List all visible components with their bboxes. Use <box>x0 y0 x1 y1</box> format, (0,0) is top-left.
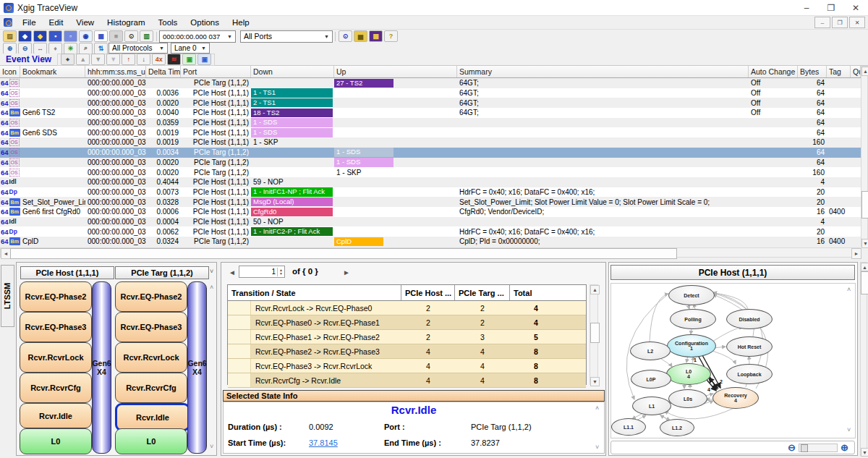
spinner-down-icon[interactable]: ▼ <box>279 272 283 276</box>
help-icon[interactable]: ? <box>384 30 398 42</box>
event-row[interactable]: 64Dp000:00:00.000_0380.0062PCIe Host (1,… <box>0 226 861 237</box>
diagram-header[interactable]: PCIe Host (1,1,1) <box>610 265 855 280</box>
transition-table-scrollbar[interactable]: ▲ ▼ <box>590 284 598 385</box>
transition-row[interactable]: Rcvr.EQ-Phase2 -> Rcvr.EQ-Phase3448 <box>228 344 586 359</box>
event-row[interactable]: 64OS000:00:00.000_0370.0359PCIe Host (1,… <box>0 118 861 128</box>
protocols-combo[interactable]: All Protocols ▼ <box>109 43 168 54</box>
transition-row[interactable]: Rcvr.EQ-Phase1 -> Rcvr.EQ-Phase2235 <box>228 330 586 344</box>
event-row[interactable]: 64OS000:00:00.000_0370.0020PCIe Host (1,… <box>0 98 861 108</box>
packet-chip[interactable]: 1 - InitFC1-NP ; Flit Ack <box>251 187 333 197</box>
packet-chip[interactable]: 2 - TS1 <box>251 98 333 108</box>
trigger-info-icon[interactable]: ⊙ <box>339 30 352 42</box>
menu-help[interactable]: Help <box>226 18 256 27</box>
packet-chip[interactable]: CplD <box>334 237 383 247</box>
zoom-in-icon[interactable]: ⊕ <box>3 43 17 54</box>
state-node-l0p[interactable]: L0P <box>631 370 671 389</box>
event-table-hscrollbar[interactable]: ◄ ► <box>0 247 861 258</box>
event-table-vscrollbar[interactable]: ▲ ▼ <box>861 66 868 247</box>
open-trace-icon[interactable]: ▨ <box>3 30 17 42</box>
packet-chip[interactable]: 1 - SDS <box>334 148 393 157</box>
pager-next-icon[interactable]: ► <box>343 268 350 276</box>
zoom-out-icon[interactable]: ⊖ <box>18 43 32 54</box>
maximize-button[interactable]: ❐ <box>819 0 843 15</box>
ltssm-state-rcvr-eq-phase3[interactable]: Rcvr.EQ-Phase3 <box>20 312 92 342</box>
column-header-tag[interactable]: Tag <box>827 66 851 77</box>
column-header-hhh-mm-ss-ms-us[interactable]: hhh:mm:ss.ms_us <box>85 66 146 77</box>
event-row[interactable]: 64BmGen6 first CfgRd0000:00:00.000_0380.… <box>0 207 861 217</box>
column-header-qu[interactable]: Qu <box>851 66 861 77</box>
disabled-view-icon[interactable]: ■ <box>109 30 123 42</box>
column-header-transition-state[interactable]: Transition / State <box>228 285 401 300</box>
column-header-bookmark[interactable]: Bookmark <box>20 66 85 77</box>
packet-chip[interactable]: 1 - SDS <box>251 128 333 137</box>
event-row[interactable]: 64BmGen6 SDS000:00:00.000_0370.0019PCIe … <box>0 127 861 137</box>
traffic-light-icon[interactable]: ≋ <box>167 54 181 65</box>
menu-histogram[interactable]: Histogram <box>101 18 151 27</box>
next-event-icon[interactable]: ▼ <box>91 54 105 65</box>
prev-event-icon[interactable]: ▲ <box>76 54 90 65</box>
zoom-in-icon[interactable]: ⊕ <box>841 443 848 452</box>
select-zoom-icon[interactable]: ⌖ <box>61 54 75 65</box>
ltssm-state-rcvr-rcvrlock[interactable]: Rcvr.RcvrLock <box>115 342 187 373</box>
event-row[interactable]: 64OS000:00:00.000_037PCIe Targ (1,1,2)27… <box>0 78 861 88</box>
scroll-up-icon[interactable]: ˄ <box>595 405 599 412</box>
menu-tools[interactable]: Tools <box>151 18 184 27</box>
scroll-down-icon[interactable]: ˅ <box>595 444 599 451</box>
chevron-down-icon[interactable]: ˅ <box>210 268 213 275</box>
state-node-l0[interactable]: L04 <box>666 363 711 385</box>
trace-control-icon[interactable]: ▩ <box>369 30 383 42</box>
column-header-auto-change[interactable]: Auto Change <box>749 66 798 77</box>
mdi-close-button[interactable]: ✕ <box>849 17 865 28</box>
marker-icon[interactable]: ✳ <box>64 43 77 54</box>
ltssm-host-header[interactable]: PCIe Host (1,1,1) <box>20 266 114 279</box>
column-header-down[interactable]: Down <box>251 66 334 77</box>
speed-icon[interactable]: 4x <box>152 54 166 65</box>
column-header-bytes[interactable]: Bytes <box>798 66 827 77</box>
column-header-pcie-host[interactable]: PCIe Host ... <box>401 285 455 300</box>
ltssm-state-rcvr-eq-phase3[interactable]: Rcvr.EQ-Phase3 <box>115 312 187 342</box>
right-panel-scrollbar[interactable]: ▲ ▼ <box>860 262 867 456</box>
event-row[interactable]: 64OS000:00:00.000_0370.0019PCIe Host (1,… <box>0 137 861 148</box>
minimize-button[interactable]: – <box>794 0 819 15</box>
transition-row[interactable]: Rcvr.RcvrCfg -> Rcvr.Idle448 <box>228 373 586 388</box>
decode-blue-icon[interactable]: ▣ <box>197 54 211 65</box>
event-row[interactable]: 64OS000:00:00.000_0370.0020PCIe Targ (1,… <box>0 167 861 177</box>
ltssm-tab[interactable]: LTSSM <box>1 265 14 327</box>
state-node-recovery[interactable]: Recovery4 <box>712 387 759 409</box>
lane-combo[interactable]: Lane 0 ▼ <box>171 43 210 54</box>
column-header-port[interactable]: Port <box>181 66 251 77</box>
scroll-up-icon[interactable]: ˄ <box>847 287 851 293</box>
column-header-total[interactable]: Total <box>510 285 562 300</box>
capture-view-icon[interactable]: ◉ <box>79 30 93 42</box>
packet-chip[interactable]: 1 - SDS <box>334 158 393 167</box>
state-node-l1[interactable]: L1 <box>632 396 671 415</box>
state-node-l1-1[interactable]: L1.1 <box>611 418 646 436</box>
zoom-fit-icon[interactable]: ↔ <box>33 43 47 54</box>
ltssm-state-rcvr-eq-phase2[interactable]: Rcvr.EQ-Phase2 <box>20 281 92 312</box>
filter-icon[interactable]: ▼ <box>106 54 120 65</box>
zoom-out-icon[interactable]: ⊖ <box>788 443 796 452</box>
ltssm-state-rcvr-rcvrcfg[interactable]: Rcvr.RcvrCfg <box>115 373 187 403</box>
column-header-delta-time[interactable]: Delta Time <box>146 66 181 77</box>
scroll-up-icon[interactable]: ˄ <box>210 284 213 291</box>
pager-prev-icon[interactable]: ◄ <box>229 268 236 276</box>
sync-scroll-icon[interactable]: ⇅ <box>94 43 108 54</box>
jump-up-icon[interactable]: ↑ <box>122 54 135 65</box>
state-node-hot-reset[interactable]: Hot Reset <box>726 336 773 357</box>
ltssm-state-rcvr-rcvrlock[interactable]: Rcvr.RcvrLock <box>20 342 92 373</box>
zoom-slider[interactable] <box>799 444 838 452</box>
state-node-disabled[interactable]: Disabled <box>726 309 773 329</box>
histogram-icon[interactable]: ▅ <box>354 30 367 42</box>
pager-spinbox[interactable]: 1 ▲ ▼ <box>239 266 285 278</box>
report-icon[interactable]: ▥ <box>140 30 153 42</box>
ltssm-state-rcvr-idle[interactable]: Rcvr.Idle <box>20 403 92 428</box>
event-row[interactable]: 64Dp000:00:00.000_0380.0073PCIe Host (1,… <box>0 187 861 198</box>
column-header-up[interactable]: Up <box>334 66 457 77</box>
event-row[interactable]: 64Idl000:00:00.000_0380.0004PCIe Host (1… <box>0 217 861 227</box>
save-icon[interactable]: ▪ <box>48 30 62 42</box>
scroll-down-icon[interactable]: ˅ <box>847 427 851 433</box>
ltssm-state-l0[interactable]: L0 <box>115 428 187 454</box>
ltssm-state-l0[interactable]: L0 <box>20 428 92 454</box>
time-position-combo[interactable]: 000:00:00.000 037 ▼ <box>159 30 236 43</box>
save-all-icon[interactable]: ▫ <box>64 30 77 42</box>
